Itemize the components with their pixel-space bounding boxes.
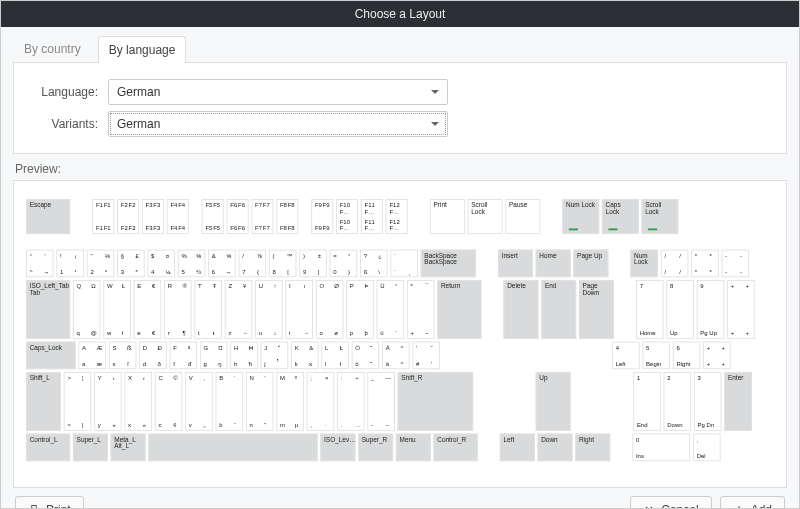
key-super-l: Super_L <box>73 434 108 462</box>
key-f12: F12 F…F12 F… <box>386 199 408 234</box>
key: QΩq@ <box>73 280 101 339</box>
action-bar: Print Cancel Add <box>13 496 787 509</box>
close-icon <box>643 504 655 509</box>
key-insert: Insert <box>498 250 533 278</box>
key-f1: F1F1F1F1 <box>92 199 114 234</box>
key: Iıi→ <box>285 280 313 339</box>
key: OØoø <box>316 280 344 339</box>
key: Y›y» <box>94 372 122 431</box>
key-numpad: 3Pg Dn <box>694 372 722 431</box>
spacer-return <box>443 342 454 370</box>
key: Ö˝ö˝ <box>352 342 380 370</box>
language-value: German <box>117 85 160 99</box>
key-delete: Delete <box>503 280 538 339</box>
key: %⅜5½ <box>178 250 206 278</box>
key: ---- <box>722 250 750 278</box>
tab-by-country[interactable]: By country <box>13 35 92 62</box>
key: V‚v„ <box>185 372 213 431</box>
variants-label: Variants: <box>28 117 98 131</box>
key: Mºmµ <box>276 372 304 431</box>
svg-rect-1 <box>32 506 37 509</box>
key-up: Up <box>536 372 571 431</box>
key-caps-lock: Caps_Lock <box>26 342 76 370</box>
chevron-down-icon <box>431 117 439 131</box>
key-f5: F5F5F5F5 <box>202 199 224 234</box>
key-f2: F2F2F2F2 <box>117 199 139 234</box>
key: U↑u↓ <box>255 280 283 339</box>
key: (™8[ <box>269 250 297 278</box>
print-button[interactable]: Print <box>15 496 84 509</box>
key-f7: F7F7F7F7 <box>251 199 273 234</box>
key-numpad: 1End <box>633 372 661 431</box>
key: C©c¢ <box>155 372 183 431</box>
key: X‹x« <box>124 372 152 431</box>
key-iso-left-tab-br-tab: ISO_Left_TabTab <box>26 280 70 339</box>
key: Ä^ä^ <box>382 342 410 370</box>
window-titlebar: Choose a Layout <box>1 1 799 27</box>
key: B‘b“ <box>216 372 244 431</box>
key: N’n” <box>246 372 274 431</box>
key-numpad: 7Home <box>636 280 664 339</box>
key-numpad: 8Up <box>666 280 694 339</box>
form-panel: Language: German Variants: German <box>13 63 787 154</box>
key-numpad: 2Down <box>664 372 692 431</box>
tab-by-language[interactable]: By language <box>98 36 187 63</box>
key-f4: F4F4F4F4 <box>167 199 189 234</box>
variants-value: German <box>117 117 160 131</box>
key: PÞpþ <box>346 280 374 339</box>
language-select[interactable]: German <box>108 79 448 105</box>
variants-select[interactable]: German <box>108 111 448 137</box>
key: >¦<| <box>64 372 92 431</box>
key-shift-r: Shift_R <box>398 372 473 431</box>
key-menu: Menu <box>396 434 431 462</box>
key-backspace-br-backspace: BackSpaceBackSpace <box>421 250 476 278</box>
key: Sẞsſ <box>109 342 137 370</box>
key-numpad: 6Right <box>673 342 701 370</box>
key-f6: F6F6F6F6 <box>227 199 249 234</box>
key: E€e€ <box>134 280 162 339</box>
key-space <box>148 434 317 462</box>
key-pause: Pause <box>505 199 540 234</box>
key: !¡1¹ <box>56 250 84 278</box>
plus-icon <box>733 504 745 509</box>
indicator-scroll-lock: Scroll Lock <box>641 199 678 234</box>
key: /⅞7{ <box>239 250 267 278</box>
key: TŦtŧ <box>194 280 222 339</box>
window-title: Choose a Layout <box>355 7 446 21</box>
key-super-r: Super_R <box>358 434 393 462</box>
key-numpad: 0Ins <box>632 434 690 462</box>
key-page-up: Page Up <box>573 250 608 278</box>
key-home: Home <box>536 250 571 278</box>
key: ++++ <box>727 280 755 339</box>
key-num-lock: Num Lock <box>630 250 658 278</box>
key: *¯+~ <box>407 280 435 339</box>
key: _—-– <box>367 372 395 431</box>
key: K&kĸ <box>291 342 319 370</box>
add-button[interactable]: Add <box>720 496 785 509</box>
key-right: Right <box>575 434 610 462</box>
key-end: End <box>541 280 576 339</box>
preview-label: Preview: <box>13 162 787 176</box>
key-f11: F11 F…F11 F… <box>361 199 383 234</box>
key: AÆaæ <box>78 342 106 370</box>
key: =°0} <box>330 250 358 278</box>
key-iso-lev-: ISO_Lev… <box>320 434 355 462</box>
key-control-l: Control_L <box>26 434 70 462</box>
cancel-button[interactable]: Cancel <box>630 496 711 509</box>
key: **** <box>691 250 719 278</box>
key-f8: F8F8F8F8 <box>276 199 298 234</box>
key: "⅛2² <box>87 250 115 278</box>
key-f3: F3F3F3F3 <box>142 199 164 234</box>
key-scroll-lock: Scroll Lock <box>468 199 503 234</box>
indicator-caps-lock: Caps Lock <box>602 199 639 234</box>
indicator-num-lock: Num Lock <box>562 199 599 234</box>
key: &⅝6¬ <box>208 250 236 278</box>
key: R®r¶ <box>164 280 192 339</box>
key: $¤4¼ <box>147 250 175 278</box>
key: :÷.… <box>337 372 365 431</box>
key: `´¸ <box>390 250 418 278</box>
key: //// <box>661 250 689 278</box>
key-f9: F9F9F9F9 <box>311 199 333 234</box>
language-label: Language: <box>28 85 98 99</box>
key-return: Return <box>437 280 481 339</box>
